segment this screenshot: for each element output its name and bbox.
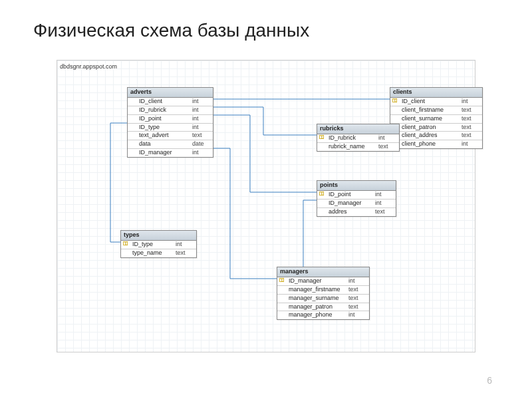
table-types[interactable]: types⚿ID_typeinttype_nametext — [120, 230, 197, 258]
diagram-canvas: dbdsgnr.appspot.com advertsID_clientintI… — [57, 60, 475, 352]
table-row[interactable]: ⚿ID_typeint — [121, 241, 196, 249]
field-name: ID_client — [139, 98, 190, 105]
field-type: text — [375, 209, 394, 215]
field-type: text — [348, 287, 367, 293]
field-type: text — [192, 132, 211, 139]
table-row[interactable]: client_phoneint — [390, 140, 482, 148]
key-icon: ⚿ — [392, 98, 399, 104]
field-name: ID_type — [132, 241, 173, 248]
table-row[interactable]: ID_managerint — [128, 149, 213, 157]
field-name: client_patron — [402, 124, 459, 131]
field-type: text — [462, 124, 480, 131]
field-name: manager_phone — [289, 312, 346, 319]
table-row[interactable]: manager_firstnametext — [277, 286, 369, 295]
field-type: int — [378, 135, 397, 142]
table-row[interactable]: datadate — [128, 140, 213, 149]
field-type: int — [375, 192, 394, 198]
table-row[interactable]: type_nametext — [121, 249, 196, 257]
table-row[interactable]: ID_typeint — [128, 124, 213, 132]
table-header[interactable]: points — [317, 181, 396, 191]
field-type: text — [176, 250, 194, 257]
field-type: int — [462, 98, 480, 105]
table-row[interactable]: ⚿ID_clientint — [390, 98, 482, 106]
table-header[interactable]: clients — [390, 88, 482, 98]
table-row[interactable]: ID_pointint — [128, 115, 213, 124]
field-name: client_firstname — [402, 107, 459, 114]
field-name: ID_client — [402, 98, 459, 105]
field-type: text — [462, 116, 480, 122]
table-header[interactable]: managers — [277, 267, 369, 277]
field-type: int — [192, 124, 211, 131]
table-row[interactable]: client_firstnametext — [390, 106, 482, 115]
field-name: ID_rubrick — [329, 135, 376, 142]
field-name: manager_firstname — [289, 287, 346, 293]
table-row[interactable]: ID_clientint — [128, 98, 213, 106]
field-type: text — [462, 107, 480, 114]
table-points[interactable]: points⚿ID_pointintID_managerintaddrestex… — [317, 180, 396, 217]
table-clients[interactable]: clients⚿ID_clientintclient_firstnametext… — [390, 87, 483, 149]
table-rubricks[interactable]: rubricks⚿ID_rubrickintrubrick_nametext — [317, 124, 400, 152]
field-name: ID_rubrick — [139, 107, 190, 114]
field-type: int — [192, 150, 211, 156]
table-row[interactable]: client_patrontext — [390, 124, 482, 132]
field-name: ID_manager — [289, 278, 346, 285]
field-type: int — [462, 141, 480, 148]
field-type: int — [375, 200, 394, 207]
field-name: client_addres — [402, 132, 459, 139]
key-icon: ⚿ — [319, 135, 326, 141]
field-name: ID_point — [329, 192, 372, 198]
field-name: client_surname — [402, 116, 459, 122]
table-row[interactable]: ⚿ID_rubrickint — [317, 134, 399, 143]
table-row[interactable]: client_addrestext — [390, 132, 482, 140]
table-managers[interactable]: managers⚿ID_managerintmanager_firstnamet… — [277, 267, 370, 320]
field-name: ID_manager — [139, 150, 190, 156]
field-type: int — [348, 312, 367, 319]
field-type: int — [192, 98, 211, 105]
table-row[interactable]: rubrick_nametext — [317, 143, 399, 151]
field-name: type_name — [132, 250, 173, 257]
field-type: date — [192, 141, 211, 148]
field-type: int — [192, 116, 211, 122]
field-type: int — [348, 278, 367, 285]
page-title: Физическая схема базы данных — [33, 20, 309, 41]
table-row[interactable]: client_surnametext — [390, 115, 482, 124]
table-row[interactable]: manager_surnametext — [277, 295, 369, 303]
field-name: data — [139, 141, 190, 148]
key-icon: ⚿ — [123, 241, 130, 247]
page-number: 6 — [487, 375, 492, 386]
table-row[interactable]: ⚿ID_pointint — [317, 191, 396, 200]
field-type: text — [378, 144, 397, 150]
table-row[interactable]: ID_managerint — [317, 200, 396, 208]
field-name: rubrick_name — [329, 144, 376, 150]
field-name: client_phone — [402, 141, 459, 148]
key-icon: ⚿ — [319, 192, 326, 198]
field-type: int — [192, 107, 211, 114]
table-row[interactable]: ⚿ID_managerint — [277, 277, 369, 286]
field-name: ID_type — [139, 124, 190, 131]
table-header[interactable]: adverts — [128, 88, 213, 98]
source-label: dbdsgnr.appspot.com — [60, 63, 117, 70]
table-header[interactable]: types — [121, 231, 196, 241]
field-name: manager_surname — [289, 295, 346, 302]
key-icon: ⚿ — [279, 278, 286, 284]
table-row[interactable]: manager_phoneint — [277, 311, 369, 319]
field-name: text_advert — [139, 132, 190, 139]
table-adverts[interactable]: advertsID_clientintID_rubrickintID_point… — [127, 87, 213, 158]
table-row[interactable]: addrestext — [317, 208, 396, 216]
field-name: manager_patron — [289, 304, 346, 311]
field-type: text — [348, 295, 367, 302]
table-row[interactable]: manager_patrontext — [277, 303, 369, 312]
field-name: addres — [329, 209, 372, 215]
field-name: ID_manager — [329, 200, 372, 207]
field-type: text — [348, 304, 367, 311]
table-row[interactable]: ID_rubrickint — [128, 106, 213, 115]
table-row[interactable]: text_adverttext — [128, 132, 213, 140]
field-type: text — [462, 132, 480, 139]
field-type: int — [176, 241, 194, 248]
table-header[interactable]: rubricks — [317, 124, 399, 134]
field-name: ID_point — [139, 116, 190, 122]
